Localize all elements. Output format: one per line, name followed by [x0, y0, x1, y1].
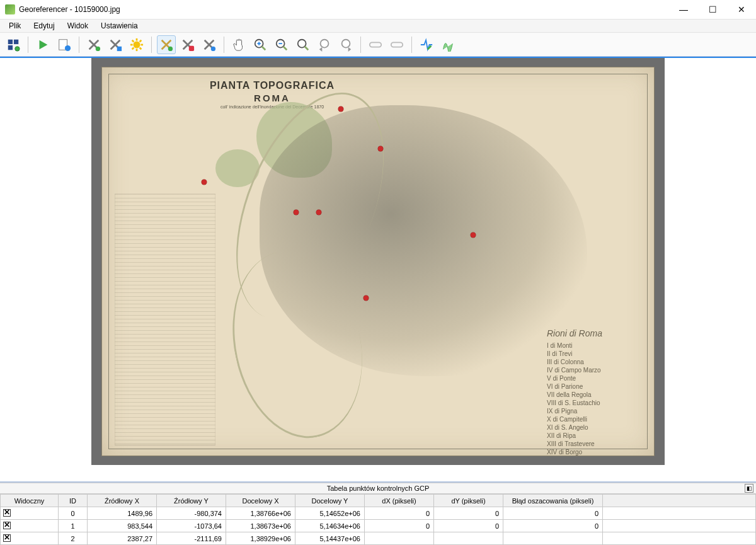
cell-dsty[interactable]: 5,14652e+06 [295, 507, 365, 520]
full-histogram-button[interactable] [417, 35, 436, 54]
cell-residual[interactable]: 0 [503, 507, 603, 520]
gcp-header-residual[interactable]: Błąd oszacowania (pikseli) [503, 495, 603, 507]
maximize-button[interactable]: ☐ [698, 0, 727, 19]
cell-visible[interactable] [1, 532, 59, 545]
svg-rect-19 [189, 45, 194, 50]
minimize-button[interactable]: — [669, 0, 698, 19]
cell-id[interactable]: 0 [59, 507, 88, 520]
cell-dy[interactable]: 0 [434, 507, 503, 520]
cell-dx[interactable]: 0 [365, 520, 434, 532]
gcp-header-id[interactable]: ID [59, 495, 88, 507]
cell-srcy[interactable]: -980,374 [157, 507, 226, 520]
table-row[interactable]: 22387,27-2111,691,38929e+065,14437e+06 [1, 532, 756, 545]
gcp-header-srcy[interactable]: Źródłowy Y [157, 495, 226, 507]
checkbox-icon[interactable] [3, 534, 11, 542]
svg-rect-33 [391, 42, 403, 47]
cell-dsty[interactable]: 5,14437e+06 [295, 532, 365, 545]
zoom-in-button[interactable] [251, 35, 270, 54]
menu-file[interactable]: Plik [3, 20, 27, 32]
link-georef-button[interactable] [366, 35, 385, 54]
gcp-table: Widoczny ID Źródłowy X Źródłowy Y Docelo… [0, 494, 756, 545]
gcp-header-srcx[interactable]: Źródłowy X [88, 495, 157, 507]
checkbox-icon[interactable] [3, 522, 11, 529]
gcp-header-visible[interactable]: Widoczny [1, 495, 59, 507]
gcp-point[interactable] [471, 232, 476, 238]
cell-dstx[interactable]: 1,38673e+06 [226, 520, 295, 532]
cell-residual[interactable]: 0 [503, 520, 603, 532]
gcp-point[interactable] [316, 210, 321, 215]
map-river [216, 239, 379, 450]
svg-line-29 [305, 46, 309, 50]
cell-dstx[interactable]: 1,38766e+06 [226, 507, 295, 520]
cell-srcy[interactable]: -2111,69 [157, 532, 226, 545]
rioni-item: XIII di Trastevere [547, 440, 641, 448]
cell-residual[interactable] [503, 532, 603, 545]
rioni-item: V di Ponte [547, 374, 641, 382]
table-row[interactable]: 01489,96-980,3741,38766e+065,14652e+0600… [1, 507, 756, 520]
map-viewport[interactable]: PIANTA TOPOGRAFICA ROMA coll' indicazion… [0, 58, 756, 481]
window-title: Georeferencer - 10159000.jpg [19, 5, 669, 14]
svg-line-15 [140, 47, 142, 49]
zoom-last-button[interactable] [315, 35, 334, 54]
gcp-header-dx[interactable]: dX (pikseli) [365, 495, 434, 507]
gcp-point[interactable] [364, 295, 369, 301]
svg-point-31 [342, 39, 350, 47]
rioni-item: II di Trevi [547, 350, 641, 358]
checkbox-icon[interactable] [3, 509, 11, 517]
map-index-column [115, 193, 215, 445]
zoom-layer-button[interactable] [294, 35, 312, 54]
cell-visible[interactable] [1, 520, 59, 532]
rioni-item: VI di Parione [547, 382, 641, 391]
cell-srcx[interactable]: 1489,96 [88, 507, 157, 520]
gcp-header-dsty[interactable]: Docelowy Y [295, 495, 365, 507]
map-river [207, 71, 413, 340]
gcp-point[interactable] [294, 210, 299, 215]
close-button[interactable]: ✕ [727, 0, 756, 19]
menu-edit[interactable]: Edytuj [27, 20, 60, 32]
pan-button[interactable] [229, 35, 248, 54]
gcp-header-blank [603, 495, 756, 507]
cell-dy[interactable] [434, 532, 503, 545]
gcp-point[interactable] [202, 180, 207, 185]
cell-dx[interactable] [365, 532, 434, 545]
cell-srcy[interactable]: -1073,64 [157, 520, 226, 532]
rioni-title: Rioni di Roma [547, 330, 641, 338]
toolbar-separator [411, 37, 412, 53]
menu-settings[interactable]: Ustawienia [94, 20, 144, 32]
cell-srcx[interactable]: 983,544 [88, 520, 157, 532]
gcp-header-dy[interactable]: dY (pikseli) [434, 495, 503, 507]
gcp-point[interactable] [338, 106, 343, 112]
cell-visible[interactable] [1, 507, 59, 520]
toolbar [0, 33, 756, 57]
transformation-settings-button[interactable] [127, 35, 146, 54]
cell-dx[interactable]: 0 [365, 507, 434, 520]
delete-point-button[interactable] [178, 35, 197, 54]
cell-dstx[interactable]: 1,38929e+06 [226, 532, 295, 545]
map-title: PIANTA TOPOGRAFICA ROMA coll' indicazion… [190, 80, 354, 109]
load-gcp-button[interactable] [84, 35, 103, 54]
start-georef-button[interactable] [33, 35, 52, 54]
cell-id[interactable]: 1 [59, 520, 88, 532]
cell-id[interactable]: 2 [59, 532, 88, 545]
local-histogram-button[interactable] [438, 35, 457, 54]
cell-srcx[interactable]: 2387,27 [88, 532, 157, 545]
cell-dy[interactable]: 0 [434, 520, 503, 532]
gcp-header-dstx[interactable]: Docelowy X [226, 495, 295, 507]
svg-point-18 [168, 46, 173, 50]
cell-blank [603, 507, 756, 520]
move-point-button[interactable] [200, 35, 219, 54]
dock-icon[interactable]: ◧ [745, 484, 753, 493]
add-point-button[interactable] [157, 35, 176, 54]
table-row[interactable]: 1983,544-1073,641,38673e+065,14634e+0600… [1, 520, 756, 532]
gcp-point[interactable] [378, 146, 383, 151]
cell-dsty[interactable]: 5,14634e+06 [295, 520, 365, 532]
link-qgis-button[interactable] [387, 35, 406, 54]
save-gcp-button[interactable] [106, 35, 125, 54]
zoom-out-button[interactable] [272, 35, 291, 54]
map-title-line1: PIANTA TOPOGRAFICA [190, 80, 354, 91]
export-script-button[interactable] [55, 35, 74, 54]
map-image[interactable]: PIANTA TOPOGRAFICA ROMA coll' indicazion… [101, 67, 655, 456]
zoom-next-button[interactable] [336, 35, 355, 54]
open-raster-button[interactable] [4, 35, 23, 54]
menu-view[interactable]: Widok [61, 20, 94, 32]
